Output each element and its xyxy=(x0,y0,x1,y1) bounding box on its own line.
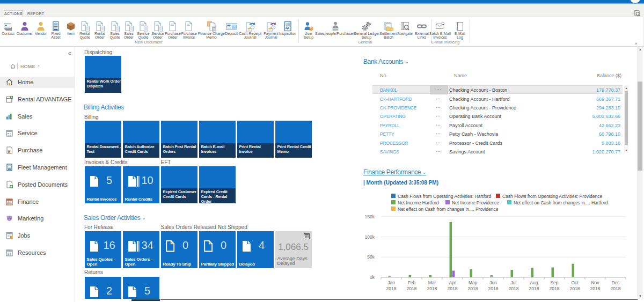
svg-text:Mar: Mar xyxy=(428,280,436,285)
svg-text:2018: 2018 xyxy=(529,286,539,291)
svg-text:150k: 150k xyxy=(365,214,375,219)
svg-text:2018: 2018 xyxy=(407,286,417,291)
svg-text:Nov: Nov xyxy=(591,280,599,285)
svg-text:Jul: Jul xyxy=(511,280,517,285)
svg-text:0k: 0k xyxy=(370,275,375,280)
svg-text:2018: 2018 xyxy=(550,286,560,291)
svg-text:2018: 2018 xyxy=(611,286,621,291)
svg-text:2018: 2018 xyxy=(570,286,580,291)
svg-text:Sep: Sep xyxy=(550,280,558,285)
svg-text:2018: 2018 xyxy=(427,286,437,291)
svg-text:Oct: Oct xyxy=(571,280,579,285)
svg-text:Jun: Jun xyxy=(489,280,497,285)
svg-text:2018: 2018 xyxy=(448,286,458,291)
svg-text:2018: 2018 xyxy=(386,286,397,291)
svg-text:2018: 2018 xyxy=(509,286,519,291)
svg-text:Jan: Jan xyxy=(387,280,395,285)
svg-text:May: May xyxy=(469,280,478,285)
svg-text:Apr: Apr xyxy=(449,280,456,285)
svg-text:100k: 100k xyxy=(365,234,375,240)
svg-text:2018: 2018 xyxy=(590,286,601,291)
svg-text:Aug: Aug xyxy=(530,280,538,285)
svg-text:Dec: Dec xyxy=(611,280,620,285)
svg-text:2018: 2018 xyxy=(488,286,499,291)
svg-text:Feb: Feb xyxy=(408,280,416,285)
svg-text:2018: 2018 xyxy=(468,286,478,291)
svg-text:50k: 50k xyxy=(367,254,375,260)
